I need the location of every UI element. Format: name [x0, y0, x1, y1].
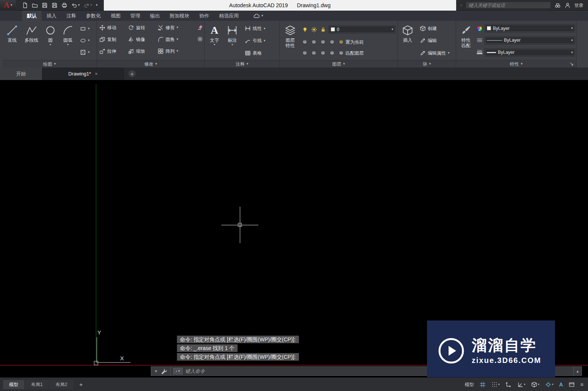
- array-button[interactable]: 阵列▾: [156, 48, 195, 54]
- ribbon-tab-insert[interactable]: 插入: [42, 11, 61, 21]
- ribbon-tab-output[interactable]: 输出: [145, 11, 165, 21]
- scale-button[interactable]: 缩放: [127, 48, 156, 54]
- ribbon-tab-addins[interactable]: 附加模块: [165, 11, 194, 21]
- layer-freeze-button[interactable]: [310, 27, 317, 33]
- layout2-tab[interactable]: 布局2: [50, 380, 74, 389]
- lineweight-list-icon[interactable]: [477, 49, 483, 55]
- dropdown-caret-icon[interactable]: ▾: [524, 383, 525, 386]
- grid-toggle-button[interactable]: [478, 380, 487, 389]
- dimension-button[interactable]: 标注 ▾: [223, 22, 241, 60]
- layer-freeze-tool-button[interactable]: [319, 39, 327, 44]
- annotation-visibility-button[interactable]: A: [558, 381, 565, 388]
- command-prompt-button[interactable]: › ▾: [173, 368, 183, 374]
- new-layout-button[interactable]: +: [77, 382, 85, 387]
- recent-commands-caret-icon[interactable]: ▾: [178, 369, 180, 373]
- edit-block-button[interactable]: 编辑: [419, 38, 451, 44]
- new-drawing-tab-button[interactable]: +: [128, 70, 136, 77]
- match-layer-button[interactable]: 匹配图层: [338, 50, 365, 55]
- trim-button[interactable]: 修剪▾: [156, 25, 195, 31]
- text-split-caret-icon[interactable]: ▾: [214, 43, 215, 46]
- user-icon[interactable]: [565, 2, 571, 8]
- polar-toggle-button[interactable]: ▾: [516, 380, 527, 389]
- circle-button[interactable]: 圆 ▾: [42, 22, 59, 60]
- layer-on-all-button[interactable]: [301, 50, 308, 55]
- layout1-tab[interactable]: 布局1: [25, 380, 49, 389]
- linear-dimension-button[interactable]: 线性▾: [244, 25, 267, 31]
- rectangle-button[interactable]: ▾: [79, 26, 91, 32]
- polyline-button[interactable]: 多段线: [21, 22, 42, 60]
- app-menu-button[interactable]: A ▾: [0, 0, 16, 11]
- linetype-list-icon[interactable]: [477, 37, 483, 43]
- layer-select[interactable]: 0 ▾: [328, 25, 396, 33]
- save-button[interactable]: [42, 2, 48, 8]
- edit-attributes-button[interactable]: 编辑属性▾: [419, 50, 451, 56]
- mirror-button[interactable]: 镜像: [127, 36, 156, 42]
- layer-on-off-button[interactable]: [301, 27, 308, 33]
- layers-panel-strip[interactable]: 图层▾: [280, 60, 397, 68]
- explode-button[interactable]: [196, 36, 204, 42]
- close-tab-icon[interactable]: ×: [95, 71, 98, 76]
- ribbon-tab-home[interactable]: 默认: [22, 11, 42, 21]
- panel-launcher-icon[interactable]: [569, 62, 574, 67]
- object-color-select[interactable]: ByLayer ▾: [485, 24, 575, 32]
- text-button[interactable]: A 文字 ▾: [206, 22, 223, 60]
- hatch-button[interactable]: ▾: [79, 49, 91, 55]
- sign-in-button[interactable]: 登录: [574, 3, 583, 8]
- ribbon-tab-view[interactable]: 视图: [106, 11, 125, 21]
- plot-button[interactable]: [61, 2, 67, 8]
- line-button[interactable]: 直线: [3, 22, 21, 60]
- undo-caret-icon[interactable]: ▾: [78, 3, 80, 7]
- ellipse-button[interactable]: ▾: [79, 38, 91, 44]
- model-tab[interactable]: 模型: [3, 380, 24, 389]
- new-file-button[interactable]: [22, 2, 28, 8]
- fillet-button[interactable]: 圆角▾: [156, 36, 195, 42]
- dropdown-caret-icon[interactable]: ▾: [538, 383, 540, 386]
- ribbon-tab-featured-apps[interactable]: 精选应用: [214, 11, 244, 21]
- open-file-button[interactable]: [32, 2, 38, 8]
- color-wheel-icon[interactable]: [477, 26, 482, 31]
- start-tab[interactable]: 开始: [0, 68, 42, 80]
- dropdown-caret-icon[interactable]: ▾: [498, 383, 500, 386]
- dropdown-caret-icon[interactable]: ▾: [552, 383, 554, 386]
- arc-split-caret-icon[interactable]: ▾: [67, 43, 69, 46]
- layer-isolate-button[interactable]: [310, 39, 317, 44]
- isodraft-toggle-button[interactable]: ▾: [530, 380, 541, 389]
- ribbon-tab-collaborate[interactable]: 协作: [194, 11, 214, 21]
- fullscreen-button[interactable]: [567, 380, 576, 389]
- redo-button[interactable]: ▾: [84, 2, 92, 8]
- draw-panel-strip[interactable]: 绘图▾: [2, 60, 97, 68]
- redo-caret-icon[interactable]: ▾: [91, 3, 92, 7]
- connect-cloud-tab[interactable]: ▾: [249, 11, 268, 21]
- arc-button[interactable]: 圆弧 ▾: [59, 22, 77, 60]
- ribbon-tab-parametric[interactable]: 参数化: [81, 11, 106, 21]
- search-binoculars-icon[interactable]: [555, 2, 561, 8]
- layer-properties-button[interactable]: 图层 特性: [281, 22, 300, 60]
- ribbon-tab-manage[interactable]: 管理: [125, 11, 145, 21]
- qat-customize-caret-icon[interactable]: ▾: [96, 3, 98, 7]
- ortho-toggle-button[interactable]: [504, 380, 513, 389]
- dimension-split-caret-icon[interactable]: ▾: [231, 43, 233, 46]
- properties-panel-strip[interactable]: 特性▾: [456, 60, 576, 68]
- copy-button[interactable]: 复制: [98, 36, 127, 42]
- ribbon-tab-annotate[interactable]: 注释: [61, 11, 81, 21]
- wrench-icon[interactable]: [161, 368, 167, 374]
- collapse-arrow-icon[interactable]: ›: [461, 3, 462, 7]
- close-command-icon[interactable]: ×: [155, 369, 158, 374]
- set-current-layer-button[interactable]: 置为当前: [338, 39, 365, 44]
- erase-button[interactable]: [196, 24, 204, 30]
- undo-button[interactable]: ▾: [71, 2, 80, 8]
- osnap-toggle-button[interactable]: ▾: [544, 380, 555, 389]
- command-scroll-up-button[interactable]: ▴: [574, 366, 582, 376]
- modify-panel-strip[interactable]: 修改▾: [97, 60, 204, 68]
- layer-unlock-button[interactable]: [328, 50, 336, 55]
- table-button[interactable]: 表格: [244, 50, 267, 56]
- stretch-button[interactable]: 拉伸: [98, 48, 127, 54]
- lineweight-select[interactable]: ByLayer ▾: [485, 49, 575, 57]
- create-block-button[interactable]: 创建: [419, 25, 451, 31]
- annotation-panel-strip[interactable]: 注释▾: [205, 60, 279, 68]
- snap-toggle-button[interactable]: ▾: [490, 380, 501, 389]
- rotate-button[interactable]: 旋转: [127, 25, 156, 31]
- model-space-button[interactable]: 模型: [465, 382, 474, 387]
- move-button[interactable]: 移动: [98, 25, 127, 31]
- insert-block-button[interactable]: 插入: [399, 22, 416, 60]
